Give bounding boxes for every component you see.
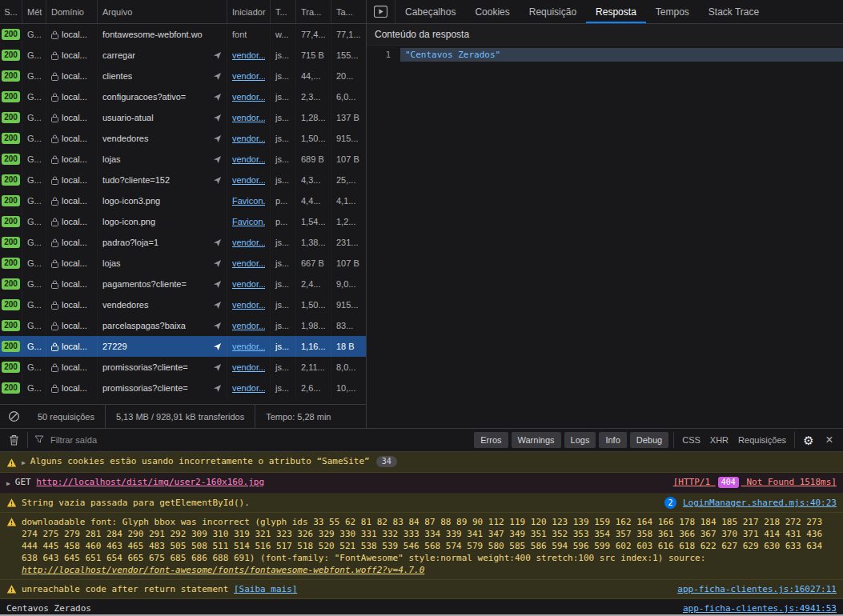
column-header-method[interactable]: Mét bbox=[22, 0, 46, 23]
initiator-label[interactable]: vendor.... bbox=[232, 71, 265, 81]
initiator-label[interactable]: vendor.... bbox=[232, 362, 265, 372]
filter-button-debug[interactable]: Debug bbox=[630, 432, 668, 448]
initiator-label[interactable]: Favicon... bbox=[232, 217, 265, 226]
size-cell: 915... bbox=[331, 128, 366, 149]
tab-stack-trace[interactable]: Stack Trace bbox=[699, 0, 769, 23]
network-request-row[interactable]: 200G...local...promissorias?cliente=vend… bbox=[0, 378, 366, 398]
network-request-row[interactable]: 200G...local...usuario-atualvendor....js… bbox=[0, 107, 366, 128]
response-code-viewer[interactable]: 1 "Centavos Zerados" bbox=[367, 46, 843, 428]
message-icons bbox=[6, 497, 22, 508]
column-header-type[interactable]: T... bbox=[271, 0, 296, 23]
lock-icon bbox=[51, 51, 58, 60]
file-cell: vendedores bbox=[98, 128, 227, 149]
initiator-label[interactable]: vendor.... bbox=[232, 175, 265, 185]
status-badge: 200 bbox=[2, 216, 20, 227]
column-header-status[interactable]: S... bbox=[0, 0, 22, 23]
tab-requisi-o[interactable]: Requisição bbox=[520, 0, 586, 23]
size-cell: 83... bbox=[331, 315, 366, 336]
media-play-icon[interactable] bbox=[367, 0, 395, 23]
lock-icon bbox=[51, 238, 58, 247]
request-url[interactable]: http://localhost/dist/img/user2-160x160.… bbox=[36, 477, 264, 487]
initiator-label[interactable]: vendor.... bbox=[232, 113, 265, 122]
console-message[interactable]: ▶GET http://localhost/dist/img/user2-160… bbox=[0, 473, 843, 494]
console-message[interactable]: downloadable font: Glyph bbox was incorr… bbox=[0, 513, 843, 580]
column-header-initiator[interactable]: Iniciador bbox=[227, 0, 271, 23]
source-link[interactable]: LoginManager.shared.mjs:40:23 bbox=[683, 497, 837, 509]
console-level-buttons: ErrosWarningsLogsInfoDebug bbox=[472, 432, 670, 448]
network-request-row[interactable]: 200G...local...vendedoresvendor....js...… bbox=[0, 294, 366, 315]
network-request-row[interactable]: 200G...local...fontawesome-webfont.wofon… bbox=[0, 24, 366, 45]
console-filter-input[interactable] bbox=[49, 434, 472, 446]
tab-resposta[interactable]: Resposta bbox=[586, 0, 646, 23]
initiator-label[interactable]: vendor.... bbox=[232, 238, 265, 247]
console-message[interactable]: String vazia passada para getElementById… bbox=[0, 494, 843, 513]
initiator-cell: Favicon... bbox=[227, 190, 271, 211]
network-request-row[interactable]: 200G...local...27229vendor....js...1,16.… bbox=[0, 336, 366, 357]
filter-button-info[interactable]: Info bbox=[599, 432, 626, 448]
initiator-label[interactable]: vendor.... bbox=[232, 383, 265, 393]
filter-button-css[interactable]: CSS bbox=[677, 432, 705, 448]
initiator-label[interactable]: vendor.... bbox=[232, 300, 265, 310]
source-link[interactable]: app-ficha-clientes.js:4941:53 bbox=[683, 602, 837, 614]
filter-button-warnings[interactable]: Warnings bbox=[512, 432, 561, 448]
transferred-cell: 44,... bbox=[296, 66, 331, 86]
initiator-label[interactable]: Favicon... bbox=[232, 196, 265, 206]
method-cell: G... bbox=[22, 378, 46, 398]
initiator-label[interactable]: vendor.... bbox=[232, 92, 265, 102]
filter-button-xhr[interactable]: XHR bbox=[705, 432, 733, 448]
source-link[interactable]: app-ficha-clientes.js:16027:11 bbox=[677, 583, 837, 595]
initiator-label[interactable]: vendor.... bbox=[232, 154, 265, 164]
file-label: logo-icon3.png bbox=[102, 196, 160, 206]
network-request-row[interactable]: 200G...local...tudo?cliente=152vendor...… bbox=[0, 170, 366, 190]
method-cell: G... bbox=[22, 24, 46, 45]
console-toolbar: ErrosWarningsLogsInfoDebug CSSXHRRequisi… bbox=[0, 429, 843, 452]
network-request-row[interactable]: 200G...local...lojasvendor....js...667 B… bbox=[0, 253, 366, 274]
column-header-file[interactable]: Arquivo bbox=[98, 0, 227, 23]
tab-cabe-alhos[interactable]: Cabeçalhos bbox=[395, 0, 465, 23]
type-cell: p... bbox=[271, 190, 296, 211]
initiator-label[interactable]: vendor.... bbox=[232, 342, 265, 351]
method-cell: G... bbox=[22, 253, 46, 274]
initiator-label[interactable]: vendor.... bbox=[232, 279, 265, 289]
domain-cell: local... bbox=[46, 336, 98, 357]
filter-button-requisi-es[interactable]: Requisições bbox=[733, 432, 791, 448]
network-request-row[interactable]: 200G...local...promissorias?cliente=vend… bbox=[0, 357, 366, 378]
network-request-row[interactable]: 200G...local...carregarvendor....js...71… bbox=[0, 45, 366, 66]
font-source-link[interactable]: http://localhost/vendor/font-awesome/fon… bbox=[22, 565, 424, 575]
network-request-row[interactable]: 200G...local...pagamentos?cliente=vendor… bbox=[0, 274, 366, 294]
network-request-row[interactable]: 200G...local...logo-icon3.pngFavicon...p… bbox=[0, 190, 366, 211]
clear-console-button[interactable] bbox=[3, 430, 24, 450]
network-request-row[interactable]: 200G...local...vendedoresvendor....js...… bbox=[0, 128, 366, 149]
response-content-label: Conteúdo da resposta bbox=[367, 24, 843, 46]
initiator-label[interactable]: vendor.... bbox=[232, 258, 265, 268]
clear-requests-icon[interactable] bbox=[0, 410, 27, 422]
network-request-row[interactable]: 200G...local...parcelaspagas?baixavendor… bbox=[0, 315, 366, 336]
method-cell: G... bbox=[22, 274, 46, 294]
expand-arrow-icon[interactable]: ▶ bbox=[22, 457, 26, 469]
filter-button-erros[interactable]: Erros bbox=[474, 432, 508, 448]
network-request-row[interactable]: 200G...local...lojasvendor....js...689 B… bbox=[0, 149, 366, 170]
network-request-row[interactable]: 200G...local...logo-icon.pngFavicon...p.… bbox=[0, 211, 366, 232]
filter-button-logs[interactable]: Logs bbox=[564, 432, 596, 448]
initiator-label[interactable]: vendor.... bbox=[232, 50, 265, 60]
initiator-label[interactable]: vendor.... bbox=[232, 134, 265, 143]
response-line[interactable]: 1 "Centavos Zerados" bbox=[367, 48, 843, 62]
tab-tempos[interactable]: Tempos bbox=[646, 0, 699, 23]
column-header-size[interactable]: Ta... bbox=[331, 0, 367, 23]
domain-label: local... bbox=[62, 50, 87, 60]
expand-arrow-icon[interactable]: ▶ bbox=[6, 478, 10, 490]
console-message[interactable]: ▶Alguns cookies estão usando incorretame… bbox=[0, 452, 843, 473]
toolbar-divider bbox=[27, 432, 28, 448]
tab-cookies[interactable]: Cookies bbox=[465, 0, 519, 23]
column-header-domain[interactable]: Domínio bbox=[46, 0, 98, 23]
console-message[interactable]: unreachable code after return statement … bbox=[0, 580, 843, 599]
network-request-row[interactable]: 200G...local...padrao?loja=1vendor....js… bbox=[0, 232, 366, 253]
network-request-row[interactable]: 200G...local...configuracoes?ativo=vendo… bbox=[0, 86, 366, 107]
network-request-row[interactable]: 200G...local...clientesvendor....js...44… bbox=[0, 66, 366, 86]
close-console-icon[interactable]: × bbox=[819, 430, 840, 450]
learn-more-link[interactable]: [Saiba mais] bbox=[234, 584, 297, 594]
console-settings-icon[interactable]: ⚙ bbox=[798, 430, 819, 450]
column-header-transferred[interactable]: Tra... bbox=[296, 0, 331, 23]
console-message[interactable]: Centavos Zeradosapp-ficha-clientes.js:49… bbox=[0, 599, 843, 614]
initiator-label[interactable]: vendor.... bbox=[232, 321, 265, 330]
